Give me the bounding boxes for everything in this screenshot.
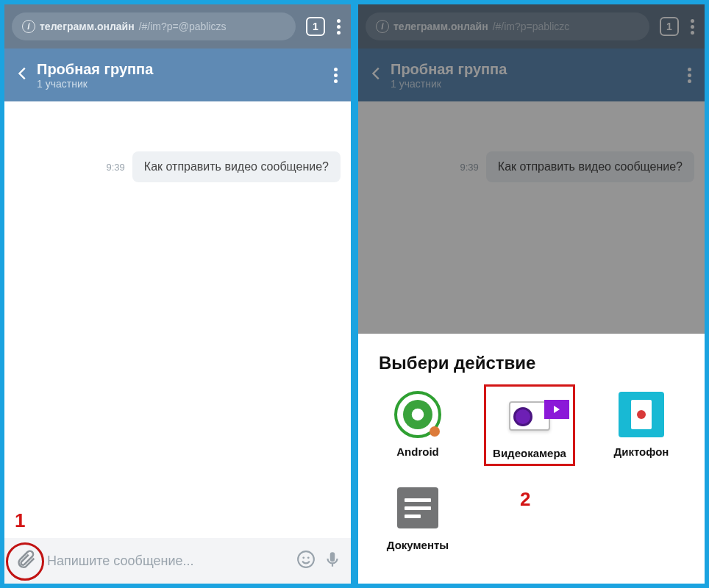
sheet-title: Выбери действие [379, 353, 690, 373]
browser-bar: i телеграмм.онлайн/#/im?p=pabliczc 1 [358, 4, 705, 49]
sheet-item-label: Диктофон [614, 445, 669, 458]
svg-point-2 [307, 556, 310, 559]
back-icon[interactable] [15, 65, 31, 85]
chat-title: Пробная группа [37, 61, 322, 78]
action-sheet: Выбери действие Android Видеокамера Дикт… [358, 334, 705, 584]
emoji-icon[interactable] [296, 550, 316, 572]
chat-header: Пробная группа 1 участник [358, 49, 705, 101]
info-icon: i [22, 20, 35, 33]
chat-subtitle: 1 участник [37, 78, 322, 90]
message-input[interactable] [47, 553, 289, 569]
chat-body: 9:39 Как отправить видео сообщение? 1 [4, 101, 351, 538]
mic-icon[interactable] [323, 550, 342, 572]
svg-point-4 [412, 409, 424, 421]
browser-menu-icon[interactable] [691, 19, 694, 35]
url-box[interactable]: i телеграмм.онлайн/#/im?p=pabliczc [366, 12, 649, 40]
url-host: телеграмм.онлайн [393, 21, 488, 32]
videocamera-icon [505, 391, 555, 441]
sheet-item-dictaphone[interactable]: Диктофон [601, 390, 682, 461]
chat-title: Пробная группа [391, 61, 676, 78]
chat-header: Пробная группа 1 участник [4, 49, 351, 101]
sheet-item-label: Android [396, 445, 439, 458]
chat-menu-icon[interactable] [688, 68, 691, 83]
screen-right: i телеграмм.онлайн/#/im?p=pabliczc 1 Про… [358, 4, 705, 584]
attach-icon[interactable] [15, 548, 37, 573]
chat-subtitle: 1 участник [391, 78, 676, 90]
url-host: телеграмм.онлайн [40, 21, 135, 32]
svg-rect-3 [330, 552, 335, 562]
sheet-item-android[interactable]: Android [377, 390, 458, 461]
message-time: 9:39 [107, 162, 125, 173]
tab-count[interactable]: 1 [660, 17, 679, 36]
chat-header-text[interactable]: Пробная группа 1 участник [391, 61, 676, 90]
document-icon [393, 483, 443, 533]
sheet-item-label: Документы [387, 539, 449, 551]
svg-point-0 [298, 551, 314, 567]
chat-header-text[interactable]: Пробная группа 1 участник [37, 61, 322, 90]
sheet-item-videocamera[interactable]: Видеокамера [489, 390, 570, 461]
svg-point-1 [302, 556, 304, 559]
sheet-item-label: Видеокамера [493, 447, 566, 459]
message-bubble[interactable]: Как отправить видео сообщение? [132, 151, 341, 182]
dictaphone-icon [616, 390, 666, 440]
android-icon [393, 390, 443, 440]
browser-menu-icon[interactable] [337, 19, 341, 35]
url-path: /#/im?p=@pabliczs [139, 21, 227, 32]
back-icon[interactable] [368, 65, 385, 85]
message-row: 9:39 Как отправить видео сообщение? [368, 151, 694, 182]
url-path: /#/im?p=pabliczc [493, 21, 570, 32]
chat-menu-icon[interactable] [334, 68, 338, 83]
tab-count[interactable]: 1 [306, 17, 325, 36]
message-time: 9:39 [460, 162, 479, 173]
browser-bar: i телеграмм.онлайн/#/im?p=@pabliczs 1 [4, 4, 351, 49]
input-bar [4, 538, 351, 584]
sheet-item-documents[interactable]: Документы [377, 483, 458, 551]
url-box[interactable]: i телеграмм.онлайн/#/im?p=@pabliczs [12, 12, 296, 40]
annotation-2: 2 [520, 488, 530, 511]
message-bubble[interactable]: Как отправить видео сообщение? [486, 151, 694, 182]
sheet-grid: Android Видеокамера Диктофон Документы [373, 390, 690, 551]
screen-left: i телеграмм.онлайн/#/im?p=@pabliczs 1 Пр… [4, 4, 351, 584]
message-row: 9:39 Как отправить видео сообщение? [15, 151, 341, 182]
info-icon: i [376, 20, 389, 33]
annotation-1: 1 [15, 509, 25, 532]
